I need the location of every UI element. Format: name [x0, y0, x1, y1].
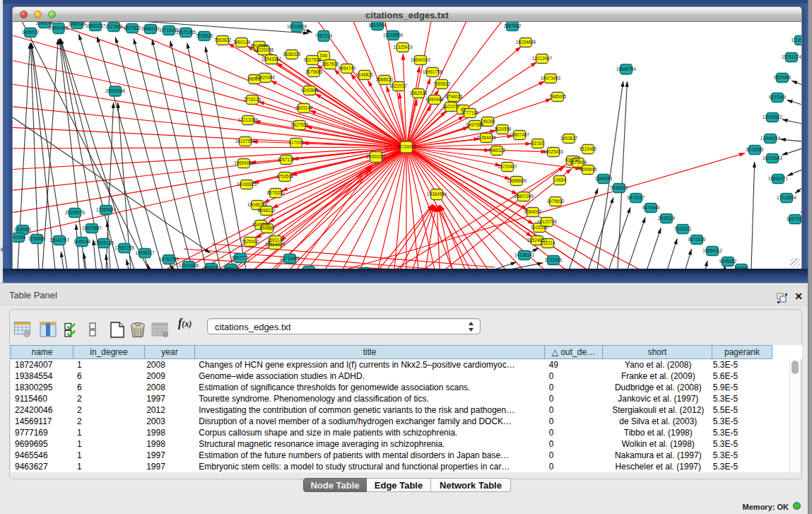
svg-text:6794028: 6794028	[445, 94, 463, 99]
svg-text:1156889: 1156889	[28, 236, 46, 241]
svg-text:21364436: 21364436	[476, 135, 497, 140]
svg-text:10807487: 10807487	[510, 132, 530, 137]
svg-text:19654985: 19654985	[234, 160, 254, 165]
svg-text:7357224: 7357224	[315, 33, 333, 38]
svg-text:984506: 984506	[204, 265, 219, 269]
svg-text:12505135: 12505135	[94, 240, 114, 245]
svg-text:20206576: 20206576	[65, 210, 86, 215]
svg-text:6466100: 6466100	[142, 26, 160, 31]
svg-text:10961758: 10961758	[423, 69, 443, 74]
svg-text:1733426: 1733426	[545, 257, 563, 262]
svg-text:252214: 252214	[540, 240, 555, 245]
svg-text:9329966: 9329966	[774, 75, 792, 80]
svg-text:62160: 62160	[531, 141, 544, 146]
svg-text:7485005: 7485005	[549, 94, 567, 99]
svg-text:10046788: 10046788	[247, 202, 268, 207]
svg-text:16154808: 16154808	[516, 40, 536, 45]
svg-text:1588520: 1588520	[376, 77, 394, 82]
svg-text:417006: 417006	[288, 140, 304, 145]
svg-text:2718126: 2718126	[244, 97, 261, 102]
svg-text:1527602: 1527602	[105, 24, 123, 29]
svg-text:9227349: 9227349	[769, 95, 787, 100]
svg-text:18807249: 18807249	[514, 194, 534, 199]
svg-text:9084067: 9084067	[524, 209, 542, 214]
svg-text:10973493: 10973493	[541, 76, 561, 81]
svg-text:16640910: 16640910	[411, 57, 431, 62]
svg-text:3960124: 3960124	[233, 40, 251, 45]
svg-text:7663822: 7663822	[214, 37, 232, 42]
svg-text:19166825: 19166825	[237, 182, 257, 187]
svg-text:1527602: 1527602	[124, 25, 141, 30]
svg-text:9242848: 9242848	[301, 88, 319, 93]
svg-text:994889: 994889	[259, 226, 275, 230]
svg-text:8498222: 8498222	[258, 208, 276, 213]
svg-text:9777169: 9777169	[461, 110, 479, 115]
svg-text:7515526: 7515526	[196, 33, 213, 38]
svg-text:10025433: 10025433	[543, 149, 564, 154]
svg-text:20053346: 20053346	[105, 88, 126, 93]
svg-text:16107554: 16107554	[235, 139, 256, 144]
svg-text:7986322: 7986322	[488, 148, 506, 153]
svg-text:3267130: 3267130	[278, 157, 295, 162]
svg-text:1975692: 1975692	[547, 199, 565, 204]
svg-text:1615132: 1615132	[531, 225, 548, 230]
svg-text:13226058: 13226058	[254, 47, 274, 52]
svg-text:10688609: 10688609	[507, 178, 527, 183]
svg-text:1691144: 1691144	[267, 238, 285, 243]
svg-text:1435061: 1435061	[14, 227, 32, 232]
svg-text:1065326: 1065326	[69, 22, 86, 26]
svg-text:9657771: 9657771	[232, 255, 249, 260]
svg-text:1167533: 1167533	[787, 216, 802, 221]
svg-text:19218506: 19218506	[383, 33, 404, 37]
svg-text:17016504: 17016504	[777, 195, 797, 200]
svg-text:16210643: 16210643	[763, 156, 783, 160]
svg-text:8471626: 8471626	[688, 237, 706, 242]
svg-text:92450: 92450	[735, 266, 748, 269]
svg-text:16782759: 16782759	[159, 257, 180, 262]
svg-text:16033809: 16033809	[287, 24, 307, 29]
svg-text:9474444: 9474444	[642, 205, 660, 210]
svg-text:6322037: 6322037	[390, 83, 408, 88]
svg-text:1405572: 1405572	[22, 30, 40, 35]
svg-text:16648784: 16648784	[616, 66, 637, 71]
svg-text:7955812: 7955812	[433, 81, 451, 86]
svg-text:12093822: 12093822	[763, 115, 783, 119]
svg-text:25300293: 25300293	[366, 154, 387, 159]
svg-text:11325419: 11325419	[393, 45, 413, 49]
svg-text:10528: 10528	[302, 268, 315, 269]
svg-text:995013: 995013	[223, 266, 239, 269]
svg-text:391594: 391594	[13, 235, 26, 240]
svg-text:13716485: 13716485	[280, 256, 300, 261]
svg-text:15720407: 15720407	[498, 164, 518, 169]
svg-text:12213967: 12213967	[532, 56, 553, 61]
svg-text:1753594: 1753594	[276, 174, 294, 179]
svg-text:2867608: 2867608	[322, 62, 339, 66]
svg-text:14136141: 14136141	[514, 252, 535, 257]
svg-text:8678355: 8678355	[267, 190, 285, 195]
svg-text:6479197: 6479197	[628, 195, 645, 200]
svg-text:2935114: 2935114	[658, 216, 676, 221]
svg-text:2803144: 2803144	[295, 105, 313, 110]
svg-text:12444154: 12444154	[760, 136, 781, 141]
svg-text:17359924: 17359924	[96, 207, 117, 212]
svg-text:1640995: 1640995	[595, 176, 613, 181]
svg-text:16671355: 16671355	[176, 30, 196, 35]
svg-text:7625402: 7625402	[242, 239, 259, 244]
svg-text:16543362: 16543362	[261, 57, 282, 62]
svg-text:8186328: 8186328	[283, 52, 301, 57]
svg-text:15692971: 15692971	[768, 176, 789, 181]
svg-text:10958117: 10958117	[135, 250, 155, 255]
svg-text:12923448: 12923448	[179, 263, 199, 268]
svg-text:10975887: 10975887	[82, 226, 102, 230]
svg-text:8813054: 8813054	[369, 23, 387, 28]
svg-text:746266: 746266	[480, 119, 495, 124]
svg-text:1453627: 1453627	[560, 136, 578, 141]
svg-text:9245652: 9245652	[719, 259, 737, 264]
svg-text:19384554: 19384554	[427, 192, 447, 197]
svg-text:9115460: 9115460	[579, 146, 597, 151]
svg-text:3624554: 3624554	[494, 127, 512, 132]
svg-text:546: 546	[320, 53, 328, 58]
svg-text:9579464: 9579464	[570, 160, 587, 165]
svg-text:11125419: 11125419	[791, 37, 802, 42]
svg-text:12213389: 12213389	[238, 117, 259, 122]
